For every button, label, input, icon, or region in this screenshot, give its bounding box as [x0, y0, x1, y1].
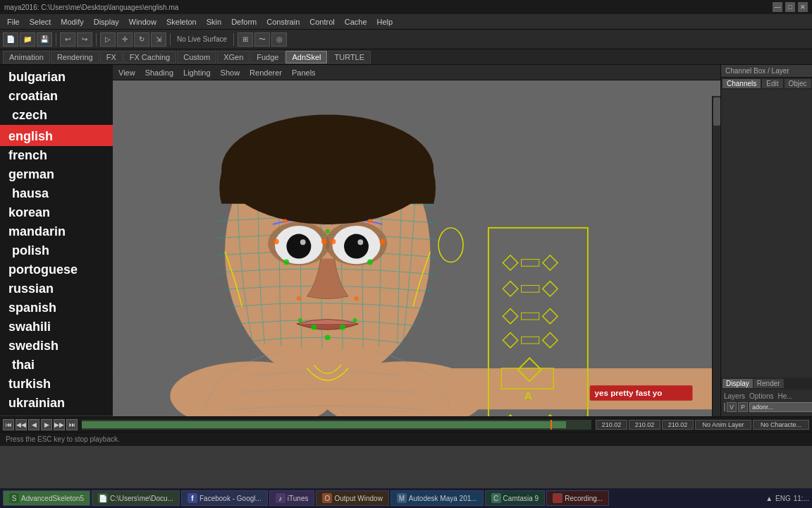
title-text: maya2016: C:\Users\me\Desktop\languages\… — [4, 4, 178, 11]
timeline-playhead[interactable] — [550, 420, 552, 430]
menu-cache[interactable]: Cache — [340, 16, 371, 28]
maximize-button[interactable]: □ — [785, 2, 795, 12]
current-frame-input[interactable] — [596, 420, 627, 430]
tab-turtle[interactable]: TURTLE — [328, 51, 371, 64]
taskbar-item-recording[interactable]: ● Recording... — [546, 490, 609, 506]
select-button[interactable]: ▷ — [100, 32, 116, 47]
menu-skin[interactable]: Skin — [202, 16, 226, 28]
lang-hausa[interactable]: hausa — [0, 184, 113, 203]
lang-portoguese[interactable]: portoguese — [0, 260, 113, 279]
menu-window[interactable]: Window — [125, 16, 161, 28]
taskbar-item-facebook[interactable]: f Facebook - Googl... — [181, 490, 268, 506]
snap-grid[interactable]: ⊞ — [238, 32, 253, 47]
v-button[interactable]: V — [727, 402, 737, 412]
save-button[interactable]: 💾 — [37, 32, 52, 47]
pb-play[interactable]: ▶ — [41, 419, 52, 430]
channel-content — [721, 90, 812, 377]
close-button[interactable]: ✕ — [798, 2, 808, 12]
menu-file[interactable]: File — [3, 16, 24, 28]
tab-animation[interactable]: Animation — [3, 51, 50, 64]
scrollbar-thumb[interactable] — [713, 97, 720, 126]
lang-russian[interactable]: russian — [0, 279, 113, 298]
lang-swahili[interactable]: swahili — [0, 318, 113, 337]
open-button[interactable]: 📁 — [20, 32, 35, 47]
svg-point-30 — [283, 219, 288, 223]
frame-min-input[interactable] — [629, 420, 660, 430]
tab-edit[interactable]: Edit — [762, 79, 782, 88]
lang-german[interactable]: german — [0, 165, 113, 184]
tab-render[interactable]: Render — [753, 379, 784, 388]
lang-croatian[interactable]: croatian — [0, 87, 113, 106]
taskbar-item-output[interactable]: O Output Window — [316, 490, 388, 506]
timeline-track[interactable] — [82, 420, 591, 430]
tab-fx[interactable]: FX — [100, 51, 123, 64]
anim-layer-input[interactable] — [695, 420, 751, 430]
menu-select[interactable]: Select — [25, 16, 56, 28]
lang-french[interactable]: french — [0, 146, 113, 165]
lang-polish[interactable]: polish — [0, 241, 113, 260]
he-label: He... — [777, 392, 792, 400]
minimize-button[interactable]: — — [773, 2, 782, 12]
taskbar-recording-label: Recording... — [565, 495, 603, 502]
undo-button[interactable]: ↩ — [60, 32, 75, 47]
p-button[interactable]: P — [738, 402, 748, 412]
systray-up-icon[interactable]: ▲ — [765, 495, 773, 502]
lang-czech[interactable]: czech — [0, 106, 113, 125]
vp-renderer[interactable]: Renderer — [247, 68, 285, 78]
snap-curve[interactable]: 〜 — [254, 32, 270, 47]
menu-display[interactable]: Display — [90, 16, 123, 28]
lang-ukrainian[interactable]: ukrainian — [0, 394, 113, 413]
taskbar-item-itunes[interactable]: ♪ iTunes — [269, 490, 315, 506]
lang-thai[interactable]: thai — [0, 356, 113, 375]
menu-modify[interactable]: Modify — [56, 16, 87, 28]
vp-shading[interactable]: Shading — [142, 68, 176, 78]
viewport[interactable]: View Shading Lighting Show Renderer Pane… — [113, 65, 720, 416]
vp-show[interactable]: Show — [218, 68, 243, 78]
menu-deform[interactable]: Deform — [227, 16, 261, 28]
tab-fudge[interactable]: Fudge — [250, 51, 285, 64]
tab-object[interactable]: Objec — [785, 79, 811, 88]
lang-mandarin[interactable]: mandarin — [0, 222, 113, 241]
pb-next[interactable]: ▶▶ — [54, 419, 65, 430]
layer-name-input[interactable] — [749, 402, 812, 412]
vp-lighting[interactable]: Lighting — [180, 68, 214, 78]
taskbar-item-skeleton[interactable]: S AdvancedSkeleton5 — [3, 490, 90, 506]
tab-adnskel[interactable]: AdnSkel — [285, 51, 327, 64]
pb-start[interactable]: ⏮ — [3, 419, 14, 430]
svg-point-20 — [326, 229, 330, 234]
lang-bulgarian[interactable]: bulgarian — [0, 68, 113, 87]
new-button[interactable]: 📄 — [3, 32, 18, 47]
vp-view[interactable]: View — [116, 68, 138, 78]
tab-fx-caching[interactable]: FX Caching — [123, 51, 176, 64]
move-button[interactable]: ✛ — [117, 32, 133, 47]
taskbar-item-file[interactable]: 📄 C:\Users\me\Docu... — [92, 490, 180, 506]
character-input[interactable] — [753, 420, 809, 430]
taskbar-item-camtasia[interactable]: C Camtasia 9 — [485, 490, 546, 506]
menu-skeleton[interactable]: Skeleton — [162, 16, 201, 28]
lang-spanish[interactable]: spanish — [0, 298, 113, 318]
taskbar-item-maya[interactable]: M Autodesk Maya 201... — [390, 490, 484, 506]
tab-display[interactable]: Display — [722, 379, 753, 388]
lang-swedish[interactable]: swedish — [0, 337, 113, 356]
scale-button[interactable]: ⇲ — [151, 32, 166, 47]
lang-english[interactable]: english➡ — [0, 125, 113, 146]
lang-korean[interactable]: korean — [0, 203, 113, 222]
pb-end[interactable]: ⏭ — [66, 419, 78, 430]
menu-constrain[interactable]: Constrain — [262, 16, 304, 28]
frame-max-input[interactable] — [662, 420, 694, 430]
timeline-content-bar — [82, 421, 566, 428]
vp-panels[interactable]: Panels — [289, 68, 319, 78]
tab-channels[interactable]: Channels — [722, 79, 761, 88]
tab-rendering[interactable]: Rendering — [51, 51, 99, 64]
rotate-button[interactable]: ↻ — [134, 32, 149, 47]
tab-xgen[interactable]: XGen — [217, 51, 250, 64]
lang-turkish[interactable]: turkish — [0, 375, 113, 394]
pb-prev[interactable]: ◀ — [28, 419, 39, 430]
menu-control[interactable]: Control — [305, 16, 338, 28]
redo-button[interactable]: ↪ — [77, 32, 92, 47]
snap-point[interactable]: ◎ — [271, 32, 287, 47]
pb-prev-key[interactable]: ◀◀ — [16, 419, 27, 430]
tab-custom[interactable]: Custom — [177, 51, 216, 64]
menu-help[interactable]: Help — [373, 16, 398, 28]
viewport-scrollbar[interactable] — [712, 96, 720, 416]
